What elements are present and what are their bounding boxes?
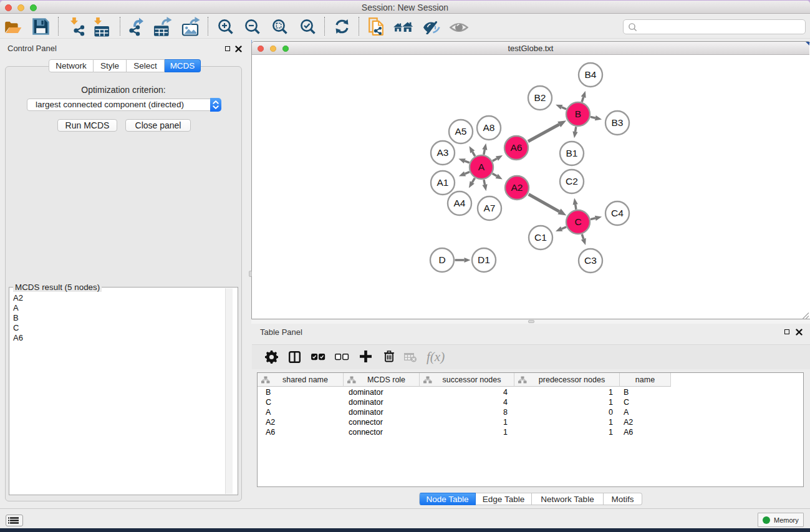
svg-text:A7: A7	[484, 203, 496, 213]
svg-text:A4: A4	[454, 198, 466, 208]
svg-text:B1: B1	[566, 148, 578, 158]
svg-text:C3: C3	[584, 255, 597, 266]
svg-text:B3: B3	[612, 117, 624, 128]
svg-text:B4: B4	[585, 69, 597, 80]
svg-text:A1: A1	[437, 177, 449, 188]
svg-text:C1: C1	[534, 232, 547, 243]
svg-text:A2: A2	[511, 182, 523, 193]
svg-text:D: D	[438, 254, 445, 265]
svg-text:B2: B2	[534, 92, 546, 103]
svg-text:D1: D1	[478, 254, 490, 265]
svg-text:A: A	[478, 162, 485, 172]
svg-text:A6: A6	[511, 142, 523, 153]
svg-text:A8: A8	[483, 122, 495, 133]
svg-text:B: B	[575, 109, 581, 119]
svg-text:A3: A3	[437, 147, 449, 158]
svg-text:C2: C2	[566, 176, 578, 186]
svg-text:C4: C4	[611, 208, 624, 218]
svg-text:C: C	[574, 216, 581, 227]
svg-text:A5: A5	[455, 126, 467, 137]
